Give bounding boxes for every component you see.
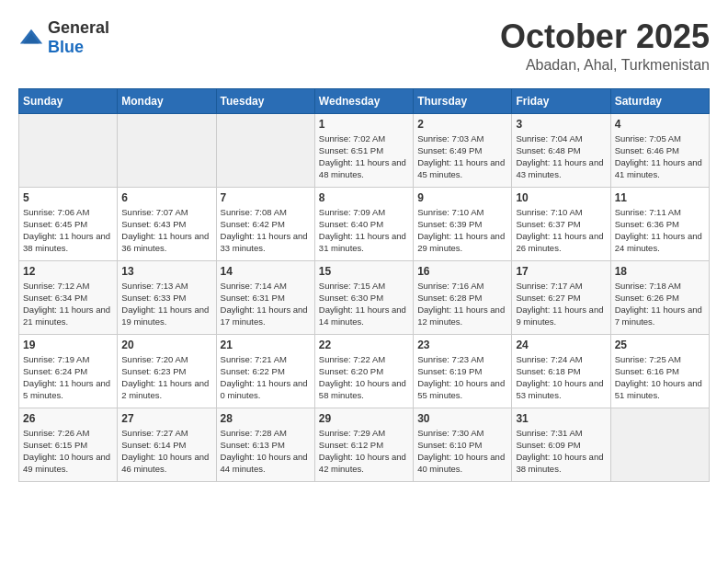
day-info: Sunrise: 7:20 AM Sunset: 6:23 PM Dayligh… [121, 353, 211, 402]
calendar-day-cell: 8Sunrise: 7:09 AM Sunset: 6:40 PM Daylig… [314, 187, 413, 260]
day-info: Sunrise: 7:30 AM Sunset: 6:10 PM Dayligh… [417, 427, 507, 476]
calendar-day-cell: 5Sunrise: 7:06 AM Sunset: 6:45 PM Daylig… [19, 187, 118, 260]
calendar-day-cell: 22Sunrise: 7:22 AM Sunset: 6:20 PM Dayli… [314, 334, 413, 408]
day-number: 15 [319, 265, 409, 278]
day-info: Sunrise: 7:10 AM Sunset: 6:39 PM Dayligh… [417, 206, 507, 255]
calendar-day-cell: 30Sunrise: 7:30 AM Sunset: 6:10 PM Dayli… [414, 408, 512, 481]
weekday-header-cell: Monday [118, 88, 216, 113]
location-title: Abadan, Ahal, Turkmenistan [500, 57, 710, 74]
day-number: 7 [221, 191, 311, 204]
day-number: 12 [23, 265, 113, 278]
day-info: Sunrise: 7:31 AM Sunset: 6:09 PM Dayligh… [516, 427, 606, 476]
day-number: 4 [615, 118, 705, 131]
day-number: 25 [615, 339, 705, 351]
calendar-day-cell: 10Sunrise: 7:10 AM Sunset: 6:37 PM Dayli… [512, 187, 610, 260]
calendar-table: SundayMondayTuesdayWednesdayThursdayFrid… [18, 88, 710, 482]
calendar-day-cell: 26Sunrise: 7:26 AM Sunset: 6:15 PM Dayli… [19, 408, 118, 481]
day-info: Sunrise: 7:14 AM Sunset: 6:31 PM Dayligh… [221, 280, 311, 328]
calendar-day-cell [118, 113, 216, 187]
calendar-day-cell: 3Sunrise: 7:04 AM Sunset: 6:48 PM Daylig… [512, 113, 610, 187]
day-info: Sunrise: 7:27 AM Sunset: 6:14 PM Dayligh… [121, 427, 211, 476]
day-info: Sunrise: 7:07 AM Sunset: 6:43 PM Dayligh… [121, 206, 211, 255]
day-number: 28 [221, 412, 311, 425]
calendar-week-row: 19Sunrise: 7:19 AM Sunset: 6:24 PM Dayli… [19, 334, 710, 408]
day-info: Sunrise: 7:17 AM Sunset: 6:27 PM Dayligh… [516, 280, 606, 328]
calendar-day-cell: 7Sunrise: 7:08 AM Sunset: 6:42 PM Daylig… [216, 187, 314, 260]
day-number: 14 [221, 265, 311, 278]
day-number: 11 [615, 191, 705, 204]
calendar-day-cell: 23Sunrise: 7:23 AM Sunset: 6:19 PM Dayli… [414, 334, 512, 408]
calendar-day-cell [19, 113, 118, 187]
day-number: 21 [221, 339, 311, 351]
logo-text-general: General [48, 18, 109, 37]
day-number: 8 [319, 191, 409, 204]
calendar-day-cell: 1Sunrise: 7:02 AM Sunset: 6:51 PM Daylig… [314, 113, 413, 187]
calendar-day-cell: 11Sunrise: 7:11 AM Sunset: 6:36 PM Dayli… [610, 187, 709, 260]
day-number: 30 [417, 412, 507, 425]
day-info: Sunrise: 7:13 AM Sunset: 6:33 PM Dayligh… [121, 280, 211, 328]
day-info: Sunrise: 7:29 AM Sunset: 6:12 PM Dayligh… [319, 427, 409, 476]
weekday-header-cell: Wednesday [314, 88, 413, 113]
day-number: 9 [417, 191, 507, 204]
weekday-header-cell: Friday [512, 88, 610, 113]
calendar-week-row: 1Sunrise: 7:02 AM Sunset: 6:51 PM Daylig… [19, 113, 710, 187]
day-info: Sunrise: 7:15 AM Sunset: 6:30 PM Dayligh… [319, 280, 409, 328]
day-number: 16 [417, 265, 507, 278]
weekday-header-cell: Sunday [19, 88, 118, 113]
weekday-header-cell: Tuesday [216, 88, 314, 113]
weekday-header-cell: Saturday [610, 88, 709, 113]
day-number: 19 [23, 339, 113, 351]
day-number: 5 [23, 191, 113, 204]
day-number: 18 [615, 265, 705, 278]
logo-text-blue: Blue [48, 38, 84, 56]
calendar-day-cell: 14Sunrise: 7:14 AM Sunset: 6:31 PM Dayli… [216, 260, 314, 334]
calendar-day-cell: 15Sunrise: 7:15 AM Sunset: 6:30 PM Dayli… [314, 260, 413, 334]
day-info: Sunrise: 7:11 AM Sunset: 6:36 PM Dayligh… [615, 206, 705, 255]
title-section: October 2025 Abadan, Ahal, Turkmenistan [500, 18, 710, 74]
calendar-day-cell: 13Sunrise: 7:13 AM Sunset: 6:33 PM Dayli… [118, 260, 216, 334]
calendar-day-cell: 12Sunrise: 7:12 AM Sunset: 6:34 PM Dayli… [19, 260, 118, 334]
calendar-day-cell: 4Sunrise: 7:05 AM Sunset: 6:46 PM Daylig… [610, 113, 709, 187]
day-info: Sunrise: 7:10 AM Sunset: 6:37 PM Dayligh… [516, 206, 606, 255]
day-info: Sunrise: 7:09 AM Sunset: 6:40 PM Dayligh… [319, 206, 409, 255]
logo-icon [18, 25, 44, 51]
day-info: Sunrise: 7:05 AM Sunset: 6:46 PM Dayligh… [615, 132, 705, 181]
calendar-day-cell: 9Sunrise: 7:10 AM Sunset: 6:39 PM Daylig… [414, 187, 512, 260]
day-number: 17 [516, 265, 606, 278]
calendar-day-cell: 21Sunrise: 7:21 AM Sunset: 6:22 PM Dayli… [216, 334, 314, 408]
day-number: 22 [319, 339, 409, 351]
day-number: 31 [516, 412, 606, 425]
day-number: 2 [417, 118, 507, 131]
calendar-week-row: 26Sunrise: 7:26 AM Sunset: 6:15 PM Dayli… [19, 408, 710, 481]
day-number: 24 [516, 339, 606, 351]
calendar-day-cell: 17Sunrise: 7:17 AM Sunset: 6:27 PM Dayli… [512, 260, 610, 334]
calendar-week-row: 12Sunrise: 7:12 AM Sunset: 6:34 PM Dayli… [19, 260, 710, 334]
day-number: 27 [121, 412, 211, 425]
weekday-header-row: SundayMondayTuesdayWednesdayThursdayFrid… [19, 88, 710, 113]
calendar-day-cell: 20Sunrise: 7:20 AM Sunset: 6:23 PM Dayli… [118, 334, 216, 408]
calendar-body: 1Sunrise: 7:02 AM Sunset: 6:51 PM Daylig… [19, 113, 710, 481]
calendar-day-cell: 16Sunrise: 7:16 AM Sunset: 6:28 PM Dayli… [414, 260, 512, 334]
weekday-header-cell: Thursday [414, 88, 512, 113]
day-number: 26 [23, 412, 113, 425]
calendar-day-cell: 6Sunrise: 7:07 AM Sunset: 6:43 PM Daylig… [118, 187, 216, 260]
calendar-day-cell: 18Sunrise: 7:18 AM Sunset: 6:26 PM Dayli… [610, 260, 709, 334]
day-info: Sunrise: 7:19 AM Sunset: 6:24 PM Dayligh… [23, 353, 113, 402]
logo: General Blue [18, 18, 109, 57]
calendar-day-cell: 25Sunrise: 7:25 AM Sunset: 6:16 PM Dayli… [610, 334, 709, 408]
calendar-day-cell [216, 113, 314, 187]
month-title: October 2025 [500, 18, 710, 55]
calendar-day-cell: 27Sunrise: 7:27 AM Sunset: 6:14 PM Dayli… [118, 408, 216, 481]
day-info: Sunrise: 7:12 AM Sunset: 6:34 PM Dayligh… [23, 280, 113, 328]
calendar-day-cell: 31Sunrise: 7:31 AM Sunset: 6:09 PM Dayli… [512, 408, 610, 481]
day-number: 6 [121, 191, 211, 204]
day-info: Sunrise: 7:26 AM Sunset: 6:15 PM Dayligh… [23, 427, 113, 476]
calendar-day-cell: 28Sunrise: 7:28 AM Sunset: 6:13 PM Dayli… [216, 408, 314, 481]
day-info: Sunrise: 7:24 AM Sunset: 6:18 PM Dayligh… [516, 353, 606, 402]
day-info: Sunrise: 7:22 AM Sunset: 6:20 PM Dayligh… [319, 353, 409, 402]
day-info: Sunrise: 7:25 AM Sunset: 6:16 PM Dayligh… [615, 353, 705, 402]
day-info: Sunrise: 7:28 AM Sunset: 6:13 PM Dayligh… [221, 427, 311, 476]
day-number: 10 [516, 191, 606, 204]
calendar-day-cell [610, 408, 709, 481]
calendar-day-cell: 2Sunrise: 7:03 AM Sunset: 6:49 PM Daylig… [414, 113, 512, 187]
